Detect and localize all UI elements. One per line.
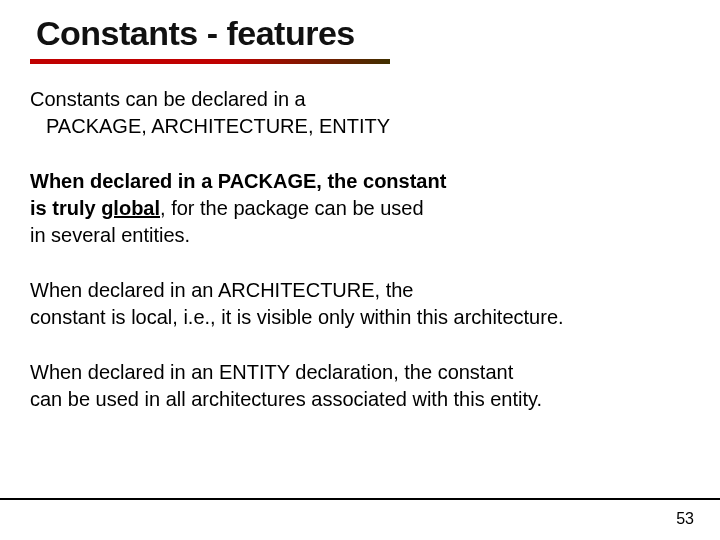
bold-text: When declared in a PACKAGE, the constant bbox=[30, 170, 446, 192]
paragraph-1: Constants can be declared in a PACKAGE, … bbox=[30, 86, 690, 140]
text-line: can be used in all architectures associa… bbox=[30, 386, 690, 413]
text: , for the package can be used bbox=[160, 197, 424, 219]
footer-rule bbox=[0, 498, 720, 500]
text-line: is truly global, for the package can be … bbox=[30, 195, 690, 222]
body-content: Constants can be declared in a PACKAGE, … bbox=[30, 86, 690, 413]
text-line: When declared in a PACKAGE, the constant bbox=[30, 168, 690, 195]
bold-underline-text: global bbox=[101, 197, 160, 219]
paragraph-4: When declared in an ENTITY declaration, … bbox=[30, 359, 690, 413]
text-line: in several entities. bbox=[30, 222, 690, 249]
paragraph-3: When declared in an ARCHITECTURE, the co… bbox=[30, 277, 690, 331]
text-line: constant is local, i.e., it is visible o… bbox=[30, 304, 690, 331]
slide: Constants - features Constants can be de… bbox=[0, 0, 720, 540]
paragraph-2: When declared in a PACKAGE, the constant… bbox=[30, 168, 690, 249]
bold-text: is truly bbox=[30, 197, 101, 219]
text-line: When declared in an ENTITY declaration, … bbox=[30, 359, 690, 386]
page-number: 53 bbox=[676, 510, 694, 528]
page-title: Constants - features bbox=[36, 14, 690, 53]
text-line: When declared in an ARCHITECTURE, the bbox=[30, 277, 690, 304]
title-underline bbox=[30, 59, 390, 64]
text-line: Constants can be declared in a bbox=[30, 86, 690, 113]
text-line: PACKAGE, ARCHITECTURE, ENTITY bbox=[46, 113, 690, 140]
